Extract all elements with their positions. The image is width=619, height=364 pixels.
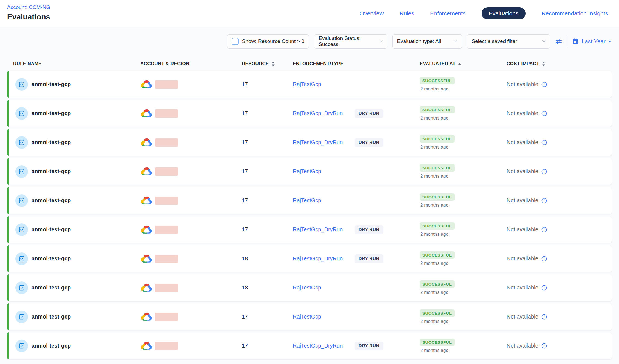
evaluation-type-value: Evaluation type: All [397, 38, 441, 44]
rule-code-icon [18, 285, 25, 291]
chevron-down-icon [542, 40, 546, 42]
table-row[interactable]: anmol-test-gcp 17 RajTestGcp_DryRun DRY … [7, 332, 612, 359]
info-icon[interactable] [541, 198, 547, 204]
cost-impact-value: Not available [507, 314, 538, 320]
filter-bar: Show: Resource Count > 0 Evaluation Stat… [0, 34, 619, 49]
status-badge: SUCCESSFUL [420, 135, 455, 143]
tab-enforcements[interactable]: Enforcements [430, 10, 466, 17]
enforcement-link[interactable]: RajTestGcp [293, 197, 321, 204]
evaluated-time: 2 months ago [420, 203, 448, 208]
rule-code-icon [18, 314, 25, 320]
enforcement-link[interactable]: RajTestGcp_DryRun [293, 226, 343, 233]
gcp-cloud-icon [140, 341, 152, 351]
rule-name: anmol-test-gcp [32, 314, 71, 320]
cost-impact-value: Not available [507, 255, 538, 262]
info-icon[interactable] [541, 314, 547, 320]
sort-ascending-icon[interactable] [458, 63, 461, 65]
enforcement-link[interactable]: RajTestGcp [293, 285, 321, 291]
resource-count-checkbox[interactable] [232, 38, 239, 45]
table-row[interactable]: anmol-test-gcp 18 RajTestGcp SUCCESSFUL … [7, 274, 612, 301]
tab-evaluations[interactable]: Evaluations [482, 7, 526, 19]
rule-name: anmol-test-gcp [32, 81, 71, 87]
row-status-accent [7, 187, 9, 214]
cost-impact-value: Not available [507, 285, 538, 291]
evaluation-type-dropdown[interactable]: Evaluation type: All [392, 34, 462, 49]
gcp-cloud-icon [140, 108, 152, 118]
status-badge: SUCCESSFUL [420, 339, 455, 346]
enforcement-link[interactable]: RajTestGcp_DryRun [293, 110, 343, 116]
tab-overview[interactable]: Overview [360, 10, 384, 17]
gcp-cloud-icon [140, 195, 152, 206]
rule-avatar [15, 107, 28, 120]
rule-avatar [15, 194, 28, 207]
rule-code-icon [18, 81, 25, 88]
info-icon[interactable] [541, 169, 547, 175]
page-title: Evaluations [7, 13, 50, 21]
date-range-picker[interactable]: Last Year [572, 38, 611, 45]
resource-count: 17 [241, 303, 293, 330]
sliders-icon [555, 38, 562, 45]
enforcement-link[interactable]: RajTestGcp [293, 81, 321, 87]
status-badge: SUCCESSFUL [420, 164, 455, 172]
rule-code-icon [18, 197, 25, 204]
enforcement-link[interactable]: RajTestGcp_DryRun [293, 343, 343, 349]
tab-recommendation-insights[interactable]: Recommendation Insights [541, 10, 608, 17]
column-resource[interactable]: RESOURCE [241, 61, 293, 67]
rule-name: anmol-test-gcp [32, 139, 71, 146]
row-status-accent [7, 274, 9, 301]
chevron-down-icon [454, 40, 457, 42]
table-row[interactable]: anmol-test-gcp 17 RajTestGcp_DryRun DRY … [7, 129, 612, 156]
account-breadcrumb[interactable]: Account: CCM-NG [7, 4, 50, 10]
info-icon[interactable] [541, 110, 547, 116]
evaluated-time: 2 months ago [420, 174, 448, 179]
resource-count-filter[interactable]: Show: Resource Count > 0 [227, 34, 309, 49]
resource-count: 18 [241, 245, 293, 272]
dry-run-badge: DRY RUN [355, 138, 383, 147]
rule-avatar [15, 252, 28, 265]
enforcement-link[interactable]: RajTestGcp [293, 314, 321, 320]
column-enforcement-type: ENFORCEMENT/TYPE [293, 61, 420, 67]
cost-impact-value: Not available [507, 168, 538, 175]
info-icon[interactable] [541, 81, 547, 87]
table-row[interactable]: anmol-test-gcp 17 RajTestGcp_DryRun DRY … [7, 216, 612, 243]
sort-both-icon[interactable] [542, 61, 545, 67]
info-icon[interactable] [541, 140, 547, 146]
enforcement-link[interactable]: RajTestGcp_DryRun [293, 255, 343, 262]
table-row[interactable]: anmol-test-gcp 17 RajTestGcp SUCCESSFUL … [7, 187, 612, 214]
rule-avatar [15, 281, 28, 294]
info-icon[interactable] [541, 256, 547, 262]
table-row[interactable]: anmol-test-gcp 17 RajTestGcp SUCCESSFUL … [7, 71, 612, 98]
info-icon[interactable] [541, 343, 547, 349]
row-status-accent [7, 332, 9, 359]
column-evaluated-at[interactable]: EVALUATED AT [420, 61, 507, 67]
dry-run-badge: DRY RUN [355, 225, 383, 234]
info-icon[interactable] [541, 285, 547, 291]
status-badge: SUCCESSFUL [420, 222, 455, 230]
table-row[interactable]: anmol-test-gcp 17 RajTestGcp_DryRun DRY … [7, 100, 612, 127]
sort-both-icon[interactable] [272, 61, 275, 67]
evaluated-time: 2 months ago [420, 348, 448, 353]
filter-divider [567, 35, 567, 47]
gcp-cloud-icon [140, 312, 152, 322]
rule-code-icon [18, 110, 25, 117]
rule-name: anmol-test-gcp [32, 226, 71, 233]
rule-avatar [15, 340, 28, 352]
table-row[interactable]: anmol-test-gcp 17 RajTestGcp SUCCESSFUL … [7, 303, 612, 330]
account-region-redacted [155, 109, 178, 118]
tab-rules[interactable]: Rules [399, 10, 414, 17]
gcp-cloud-icon [140, 224, 152, 235]
gcp-cloud-icon [140, 166, 152, 177]
row-status-accent [7, 100, 9, 127]
enforcement-link[interactable]: RajTestGcp_DryRun [293, 139, 343, 146]
rule-code-icon [18, 255, 25, 262]
filter-settings-button[interactable] [555, 38, 562, 45]
column-cost-impact[interactable]: COST IMPACT [507, 61, 612, 67]
info-icon[interactable] [541, 227, 547, 233]
cost-impact-value: Not available [507, 197, 538, 204]
table-row[interactable]: anmol-test-gcp 18 RajTestGcp_DryRun DRY … [7, 245, 612, 272]
saved-filter-dropdown[interactable]: Select a saved filter [467, 34, 550, 49]
table-row[interactable]: anmol-test-gcp 17 RajTestGcp SUCCESSFUL … [7, 158, 612, 185]
gcp-cloud-icon [140, 79, 152, 89]
evaluation-status-dropdown[interactable]: Evaluation Status: Success [314, 34, 387, 49]
enforcement-link[interactable]: RajTestGcp [293, 168, 321, 175]
